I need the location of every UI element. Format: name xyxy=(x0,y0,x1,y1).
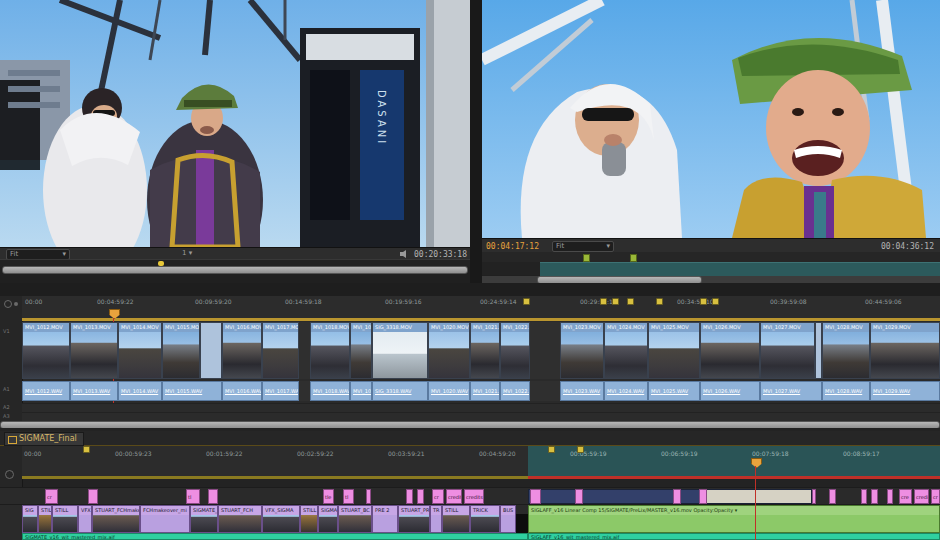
timeline-clip[interactable]: VFX_SIGMA xyxy=(262,505,300,533)
timeline-clip[interactable]: MVI_1017.MOV xyxy=(262,322,299,379)
source-monitor-video[interactable]: DASANI xyxy=(0,0,470,247)
marker-menu-icon[interactable] xyxy=(14,302,18,306)
audio-clip[interactable]: MVI_1024.WAV xyxy=(604,381,648,401)
audio-clip[interactable]: SIGMATE_v16_wit_mastered_mix.aif xyxy=(22,533,528,540)
audio-clip[interactable]: MVI_1026.WAV xyxy=(700,381,760,401)
sequence-marker[interactable] xyxy=(523,298,530,305)
timeline-clip[interactable]: MVI_1018.MOV xyxy=(310,322,350,379)
timeline-clip[interactable]: MVI_1013.MOV xyxy=(70,322,118,379)
lower-timeline-ruler[interactable]: 00:0000:00:59:2300:01:59:2200:02:59:2200… xyxy=(22,446,940,476)
timeline-clip[interactable]: STUART_BC xyxy=(338,505,372,533)
sequence-marker[interactable] xyxy=(83,446,90,453)
timeline-clip[interactable]: MVI_1016.MOV xyxy=(222,322,262,379)
audio-clip[interactable]: SIGLAFF_v16_wit_mastered_mix.aif xyxy=(528,533,940,540)
title-clip[interactable] xyxy=(861,489,867,504)
title-clip[interactable] xyxy=(530,489,541,504)
upper-timeline-ruler[interactable]: 00:0000:04:59:2200:09:59:2000:14:59:1800… xyxy=(22,296,940,319)
title-clip[interactable] xyxy=(673,489,681,504)
timeline-clip[interactable] xyxy=(815,322,822,379)
track-label-v1[interactable]: V1 xyxy=(3,328,10,334)
title-clip[interactable]: cr xyxy=(931,489,940,504)
audio-clip[interactable]: MVI_1029.WAV xyxy=(870,381,940,401)
timeline-clip[interactable]: FCHmakeover_mi xyxy=(140,505,190,533)
monitor-divider[interactable] xyxy=(470,0,482,284)
timeline-clip[interactable]: MVI_1020.MOV xyxy=(428,322,470,379)
timeline-clip[interactable]: SIG xyxy=(22,505,38,533)
audio-clip[interactable]: MVI_1028.WAV xyxy=(822,381,870,401)
timeline-clip[interactable]: MVI_1015.MOV xyxy=(162,322,200,379)
track-label-a3[interactable]: A3 xyxy=(3,413,10,419)
program-timecode[interactable]: 00:04:17:12 xyxy=(486,242,539,251)
timeline-clip[interactable]: SIG_3318.MOV xyxy=(372,322,428,379)
title-clip[interactable] xyxy=(208,489,218,504)
work-area-bar[interactable] xyxy=(22,318,940,321)
sequence-marker[interactable] xyxy=(612,298,619,305)
title-clip[interactable] xyxy=(417,489,424,504)
snap-toggle-icon[interactable] xyxy=(4,300,12,308)
audio-clip[interactable]: MVI_1025.WAV xyxy=(648,381,700,401)
in-out-range[interactable] xyxy=(540,262,940,276)
source-timecode[interactable]: 00:20:33:18 xyxy=(414,250,467,259)
audio-clip[interactable]: MVI_1027.WAV xyxy=(760,381,822,401)
title-clip[interactable] xyxy=(887,489,893,504)
title-clip[interactable]: cr xyxy=(45,489,58,504)
title-clip[interactable] xyxy=(871,489,878,504)
audio-clip[interactable]: MVI_1022.WAV xyxy=(500,381,530,401)
sequence-marker[interactable] xyxy=(630,254,637,262)
timeline-clip[interactable]: STUART_PRE xyxy=(398,505,430,533)
audio-clip[interactable]: MVI_1019.WAV xyxy=(350,381,372,401)
timeline-clip[interactable]: MVI_1022.MOV xyxy=(500,322,530,379)
timeline-clip[interactable]: STILL xyxy=(300,505,318,533)
timeline-clip[interactable]: SIGMATE_FCH xyxy=(190,505,218,533)
sequence-marker[interactable] xyxy=(577,446,584,453)
speaker-icon[interactable] xyxy=(400,250,410,258)
overlay-clip[interactable] xyxy=(705,489,812,504)
audio-clip[interactable]: MVI_1017.WAV xyxy=(262,381,299,401)
timeline-clip[interactable]: SIGMA xyxy=(318,505,338,533)
timeline-clip[interactable]: MVI_1021.MOV xyxy=(470,322,500,379)
sequence-marker[interactable] xyxy=(583,254,590,262)
audio-clip[interactable]: MVI_1018.WAV xyxy=(310,381,350,401)
sequence-marker[interactable] xyxy=(627,298,634,305)
title-clip[interactable] xyxy=(829,489,836,504)
nested-sequence-clip[interactable]: SIGLAFF_v16 Linear Comp 15/SIGMATE/PreLi… xyxy=(528,505,940,533)
timeline-clip[interactable]: MVI_1028.MOV xyxy=(822,322,870,379)
sequence-marker[interactable] xyxy=(656,298,663,305)
program-scrollbar-track[interactable] xyxy=(482,276,940,283)
snap-toggle-icon[interactable] xyxy=(5,470,14,479)
timeline-clip[interactable]: MVI_1025.MOV xyxy=(648,322,700,379)
program-duration[interactable]: 00:04:36:12 xyxy=(881,242,934,251)
title-clip[interactable] xyxy=(699,489,707,504)
timeline-clip[interactable]: TR xyxy=(430,505,442,533)
sequence-marker[interactable] xyxy=(712,298,719,305)
title-clip[interactable]: tl xyxy=(186,489,200,504)
title-clip[interactable]: credit xyxy=(914,489,929,504)
timeline-clip[interactable]: MVI_1029.MOV xyxy=(870,322,940,379)
audio-clip[interactable]: MVI_1012.WAV xyxy=(22,381,70,401)
timeline-clip[interactable]: STUART_FCH xyxy=(218,505,262,533)
timeline-clip[interactable] xyxy=(200,322,222,379)
timeline-clip[interactable]: VFX xyxy=(78,505,92,533)
title-clip[interactable] xyxy=(812,489,816,504)
timeline-clip[interactable]: MVI_1026.MOV xyxy=(700,322,760,379)
sequence-tab[interactable]: SIGMATE_Final xyxy=(4,432,84,446)
sequence-marker[interactable] xyxy=(600,298,607,305)
audio-clip[interactable]: MVI_1016.WAV xyxy=(222,381,262,401)
timeline-clip[interactable]: STUART_FCHmakeover_v4 xyxy=(92,505,140,533)
title-clip[interactable]: credits xyxy=(464,489,484,504)
audio-clip[interactable]: MVI_1023.WAV xyxy=(560,381,604,401)
title-clip[interactable] xyxy=(575,489,583,504)
timeline-clip[interactable]: MVI_1012.MOV xyxy=(22,322,70,379)
program-fit-dropdown[interactable]: Fit▾ xyxy=(552,241,614,252)
timeline-clip[interactable]: MVI_1014.MOV xyxy=(118,322,162,379)
audio-clip[interactable]: MVI_1013.WAV xyxy=(70,381,118,401)
audio-clip[interactable]: MVI_1020.WAV xyxy=(428,381,470,401)
program-seek-bar[interactable] xyxy=(482,262,940,275)
title-clip[interactable] xyxy=(88,489,98,504)
title-clip[interactable] xyxy=(366,489,371,504)
timeline-clip[interactable]: MVI_1019.MOV xyxy=(350,322,372,379)
audio-clip[interactable]: MVI_1021.WAV xyxy=(470,381,500,401)
timeline-clip[interactable]: TRICK xyxy=(470,505,500,533)
sequence-marker[interactable] xyxy=(700,298,707,305)
audio-clip[interactable]: SIG_3318.WAV xyxy=(372,381,428,401)
